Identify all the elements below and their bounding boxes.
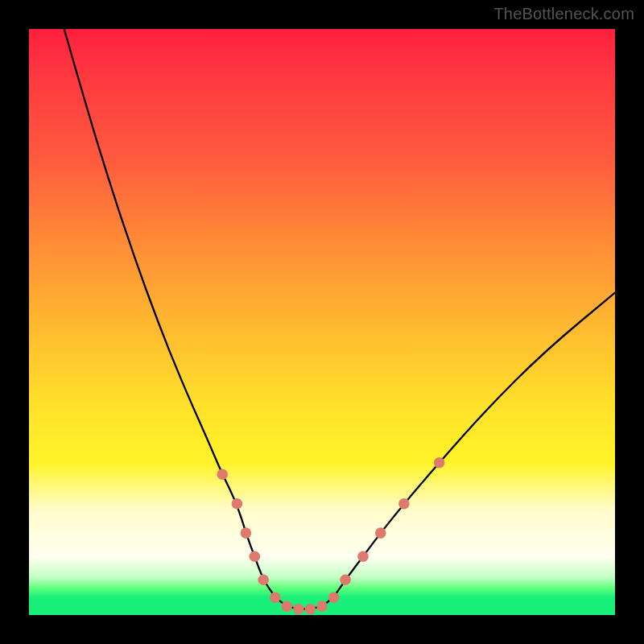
marker-dot <box>316 601 328 612</box>
chart-frame: TheBottleneck.com <box>0 0 644 644</box>
marker-dot <box>258 575 269 586</box>
marker-dot <box>250 551 261 562</box>
plot-area <box>29 29 615 615</box>
marker-dot <box>282 601 293 612</box>
marker-dot <box>232 498 243 510</box>
marker-dot <box>328 592 340 603</box>
highlighted-points-group <box>217 457 444 615</box>
watermark-text: TheBottleneck.com <box>493 5 634 23</box>
marker-dot <box>293 604 304 615</box>
marker-dot <box>340 575 351 586</box>
marker-dot <box>241 527 252 539</box>
marker-dot <box>398 498 410 510</box>
marker-dot <box>305 604 316 615</box>
marker-dot <box>270 592 281 603</box>
bottleneck-curve-line <box>64 29 615 609</box>
marker-dot <box>217 469 228 481</box>
marker-dot <box>375 527 386 539</box>
chart-svg <box>29 29 615 615</box>
marker-dot <box>434 457 445 469</box>
marker-dot <box>357 551 369 562</box>
